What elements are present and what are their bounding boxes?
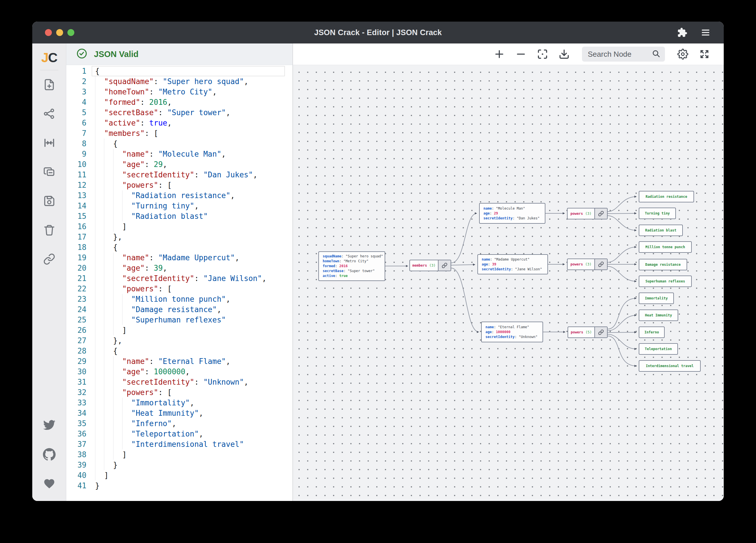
center-view-icon[interactable] bbox=[43, 137, 56, 149]
line-number: 24 bbox=[66, 304, 86, 315]
code-line: 20 "age": 39, bbox=[66, 263, 292, 273]
graph-node-leaf1[interactable]: Radiation resistance bbox=[639, 191, 694, 203]
node-row: name: "Molecule Man" bbox=[483, 206, 541, 211]
line-number: 33 bbox=[66, 398, 86, 408]
code-line-text: "powers": [ bbox=[92, 387, 285, 398]
expand-link-icon[interactable] bbox=[594, 259, 607, 270]
node-row: squadName: "Super hero squad" bbox=[323, 254, 381, 259]
code-line-text: { bbox=[92, 346, 285, 356]
delete-icon[interactable] bbox=[43, 224, 56, 237]
code-line-text: "name": "Madame Uppercut", bbox=[92, 253, 285, 263]
graph-node-member1[interactable]: name: "Molecule Man"age: 29secretIdentit… bbox=[479, 203, 545, 224]
code-line-text: "members": [ bbox=[92, 128, 285, 139]
line-number: 17 bbox=[66, 232, 86, 242]
search-icon[interactable] bbox=[652, 49, 660, 59]
line-number: 13 bbox=[66, 190, 86, 201]
graph-toolbar: Search Node bbox=[293, 44, 724, 65]
focus-view-icon[interactable] bbox=[537, 49, 548, 60]
code-line-text: "Damage resistance", bbox=[92, 304, 285, 315]
graph-node-powers2[interactable]: powers(3) bbox=[567, 259, 608, 270]
github-icon[interactable] bbox=[43, 448, 56, 461]
code-line: 10 "age": 29, bbox=[66, 159, 292, 170]
node-row: secretBase: "Super tower" bbox=[323, 269, 381, 273]
code-line-text: } bbox=[92, 480, 285, 491]
code-line: 6 "active": true, bbox=[66, 118, 292, 128]
code-line-text: "formed": 2016, bbox=[92, 97, 285, 107]
jsoncrack-logo[interactable]: JC bbox=[41, 50, 57, 65]
graph-node-leaf6[interactable]: Superhuman reflexes bbox=[639, 275, 692, 287]
line-number: 7 bbox=[66, 128, 86, 139]
line-number: 8 bbox=[66, 139, 86, 149]
graph-node-leaf4[interactable]: Million tonne punch bbox=[639, 241, 692, 253]
code-line: 41} bbox=[66, 480, 292, 491]
json-valid-label: JSON Valid bbox=[94, 50, 139, 59]
graph-node-powers1[interactable]: powers(3) bbox=[567, 208, 608, 220]
zoom-in-icon[interactable] bbox=[494, 49, 505, 60]
code-line: 33 "Immortality", bbox=[66, 398, 292, 408]
code-line-text: "secretIdentity": "Jane Wilson", bbox=[92, 273, 285, 283]
line-number: 37 bbox=[66, 439, 86, 449]
graph-panel: Search Node bbox=[293, 44, 724, 501]
share-link-icon[interactable] bbox=[43, 253, 56, 266]
line-number: 30 bbox=[66, 366, 86, 377]
code-line: 8 { bbox=[66, 139, 292, 149]
graph-node-root[interactable]: squadName: "Super hero squad"homeTown: "… bbox=[318, 252, 385, 281]
line-number: 5 bbox=[66, 107, 86, 118]
zoom-out-icon[interactable] bbox=[515, 49, 526, 60]
browser-menu-icon[interactable] bbox=[701, 28, 710, 37]
code-line: 2 "squadName": "Super hero squad", bbox=[66, 76, 292, 87]
graph-node-member3[interactable]: name: "Eternal Flame"age: 1000000secretI… bbox=[481, 321, 543, 342]
code-line-text: { bbox=[92, 66, 285, 76]
fullscreen-icon[interactable] bbox=[699, 49, 710, 60]
code-line-text: "name": "Eternal Flame", bbox=[92, 356, 285, 366]
copy-icon[interactable] bbox=[43, 166, 56, 178]
graph-node-leaf10[interactable]: Teleportation bbox=[639, 343, 678, 355]
graph-node-members[interactable]: members(3) bbox=[409, 260, 451, 271]
code-line-text: "Superhuman reflexes" bbox=[92, 315, 285, 325]
graph-node-leaf11[interactable]: Interdimensional travel bbox=[639, 360, 701, 372]
graph-node-leaf7[interactable]: Immortality bbox=[639, 292, 674, 304]
line-number: 38 bbox=[66, 449, 86, 460]
graph-node-powers3[interactable]: powers(5) bbox=[568, 326, 608, 338]
code-line-text: "Turning tiny", bbox=[92, 201, 285, 211]
search-node-input[interactable]: Search Node bbox=[582, 47, 665, 62]
code-line-text: "Inferno", bbox=[92, 418, 285, 429]
valid-check-icon bbox=[76, 48, 88, 60]
save-icon[interactable] bbox=[43, 195, 56, 207]
graph-node-leaf3[interactable]: Radiation blast bbox=[639, 225, 683, 236]
code-line-text: "Radiation resistance", bbox=[92, 190, 285, 201]
twitter-icon[interactable] bbox=[43, 419, 56, 431]
graph-node-leaf9[interactable]: Inferno bbox=[639, 326, 665, 338]
expand-link-icon[interactable] bbox=[594, 327, 607, 337]
graph-share-icon[interactable] bbox=[43, 107, 56, 120]
graph-node-leaf2[interactable]: Turning tiny bbox=[639, 208, 676, 219]
expand-link-icon[interactable] bbox=[594, 209, 607, 219]
graph-node-leaf8[interactable]: Heat Immunity bbox=[639, 309, 678, 321]
code-line: 30 "age": 1000000, bbox=[66, 366, 292, 377]
download-image-icon[interactable] bbox=[559, 49, 570, 60]
expand-link-icon[interactable] bbox=[438, 260, 451, 271]
json-status-bar: JSON Valid bbox=[66, 44, 292, 65]
new-file-icon[interactable] bbox=[43, 78, 56, 91]
code-line-text: "age": 1000000, bbox=[92, 366, 285, 377]
code-line: 4 "formed": 2016, bbox=[66, 97, 292, 107]
graph-canvas[interactable]: squadName: "Super hero squad"homeTown: "… bbox=[293, 65, 724, 501]
graph-node-member2[interactable]: name: "Madame Uppercut"age: 39secretIden… bbox=[477, 254, 548, 274]
node-row: age: 29 bbox=[483, 211, 541, 216]
graph-node-leaf5[interactable]: Damage resistance bbox=[639, 259, 687, 271]
line-number: 21 bbox=[66, 273, 86, 283]
code-line-text: "Million tonne punch", bbox=[92, 294, 285, 304]
node-row: secretIdentity: "Jane Wilson" bbox=[482, 267, 544, 272]
settings-gear-icon[interactable] bbox=[677, 49, 688, 60]
code-line-text: "Teleportation", bbox=[92, 429, 285, 439]
code-line-text: }, bbox=[92, 335, 285, 346]
code-line-text: "secretIdentity": "Dan Jukes", bbox=[92, 170, 285, 180]
line-number: 26 bbox=[66, 325, 86, 335]
sponsor-heart-icon[interactable] bbox=[43, 477, 56, 490]
line-number: 10 bbox=[66, 159, 86, 170]
extension-puzzle-icon[interactable] bbox=[677, 27, 687, 38]
line-number: 4 bbox=[66, 97, 86, 107]
code-line: 26 ] bbox=[66, 325, 292, 335]
json-code-editor[interactable]: 1{2 "squadName": "Super hero squad",3 "h… bbox=[66, 65, 292, 501]
code-line: 16 ] bbox=[66, 222, 292, 232]
